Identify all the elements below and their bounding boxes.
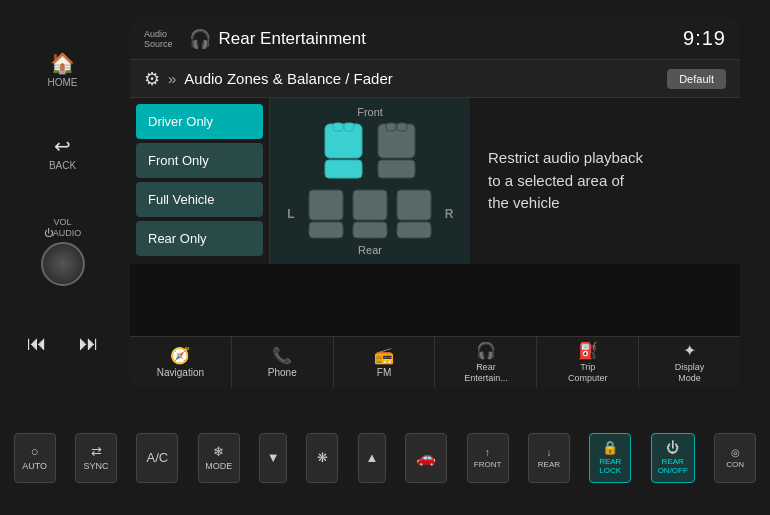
front-icon: ↑	[485, 447, 490, 458]
hw-rear-button[interactable]: ↓ REAR	[528, 433, 570, 483]
fan-icon: ❋	[317, 450, 328, 465]
track-controls: ⏮ ⏭	[17, 326, 109, 361]
svg-rect-5	[386, 123, 396, 131]
phone-icon: 📞	[272, 346, 292, 365]
svg-rect-9	[309, 222, 343, 238]
rear-on-label: REARON/OFF	[658, 457, 688, 475]
audio-source-label2: Source	[144, 39, 173, 49]
main-screen: Audio Source 🎧 Rear Entertainment 9:19 ⚙…	[130, 18, 740, 388]
rear-seats-group	[306, 188, 434, 240]
top-bar-center: Audio Source 🎧 Rear Entertainment	[144, 28, 683, 50]
rear-lock-icon: 🔒	[602, 440, 618, 455]
back-button[interactable]: ↩ BACK	[39, 128, 86, 177]
rear-left-seat	[306, 188, 346, 240]
display-mode-icon: ✦	[683, 341, 696, 360]
svg-rect-3	[325, 160, 362, 178]
rear-on-icon: ⏻	[666, 440, 679, 455]
next-icon: ⏭	[79, 332, 99, 355]
svg-rect-0	[325, 124, 362, 158]
nav-display-mode[interactable]: ✦ DisplayMode	[639, 337, 740, 388]
con-label: CON	[726, 460, 744, 469]
hw-con-button[interactable]: ◎ CON	[714, 433, 756, 483]
hw-ac-button[interactable]: A/C	[136, 433, 178, 483]
hw-fan-button[interactable]: ❋	[306, 433, 338, 483]
nav-navigation[interactable]: 🧭 Navigation	[130, 337, 232, 388]
screen-title: Rear Entertainment	[219, 29, 366, 49]
hw-auto-button[interactable]: ○ AUTO	[14, 433, 56, 483]
navigation-label: Navigation	[157, 367, 204, 379]
auto-icon: ○	[31, 444, 39, 459]
front-seat-row	[321, 122, 419, 180]
down-icon: ▼	[267, 450, 280, 465]
hw-rear-lock-button[interactable]: 🔒 REARLOCK	[589, 433, 631, 483]
svg-rect-12	[397, 190, 431, 220]
svg-rect-6	[397, 123, 407, 131]
rear-right-seat	[394, 188, 434, 240]
fm-label: FM	[377, 367, 391, 379]
zone-front-only[interactable]: Front Only	[136, 143, 263, 178]
header-bar: ⚙ » Audio Zones & Balance / Fader Defaul…	[130, 60, 740, 98]
right-label: R	[442, 207, 456, 221]
rear-label: Rear	[358, 244, 382, 256]
left-controls: 🏠 HOME ↩ BACK VOL⏻AUDIO ⏮ ⏭	[0, 18, 125, 388]
home-button[interactable]: 🏠 HOME	[38, 45, 88, 94]
left-label: L	[284, 207, 298, 221]
mode-label: MODE	[205, 461, 232, 471]
rear-entertainment-icon: 🎧	[476, 341, 496, 360]
svg-rect-7	[378, 160, 415, 178]
hw-down-button[interactable]: ▼	[259, 433, 287, 483]
ac-icon: A/C	[147, 450, 169, 465]
fm-icon: 📻	[374, 346, 394, 365]
main-panels: Driver Only Front Only Full Vehicle Rear…	[130, 98, 740, 264]
svg-rect-10	[353, 190, 387, 220]
home-icon: 🏠	[50, 51, 75, 75]
next-track-button[interactable]: ⏭	[69, 326, 109, 361]
header-title: Audio Zones & Balance / Fader	[184, 70, 392, 87]
hw-mode-button[interactable]: ❄ MODE	[198, 433, 240, 483]
chevron-icon: »	[168, 70, 176, 87]
back-label: BACK	[49, 160, 76, 171]
audio-source-label: Audio	[144, 29, 167, 39]
zone-full-vehicle[interactable]: Full Vehicle	[136, 182, 263, 217]
mode-icon: ❄	[213, 444, 224, 459]
phone-label: Phone	[268, 367, 297, 379]
front-label: Front	[357, 106, 383, 118]
description-panel: Restrict audio playbackto a selected are…	[470, 98, 740, 264]
trip-computer-label: TripComputer	[568, 362, 608, 384]
hw-up-button[interactable]: ▲	[358, 433, 386, 483]
zone-driver-only[interactable]: Driver Only	[136, 104, 263, 139]
nav-rear-entertainment[interactable]: 🎧 RearEntertain...	[435, 337, 537, 388]
hw-sync-button[interactable]: ⇄ SYNC	[75, 433, 117, 483]
rear-lock-label: REARLOCK	[599, 457, 621, 475]
rear-entertainment-label: RearEntertain...	[464, 362, 508, 384]
zone-rear-only[interactable]: Rear Only	[136, 221, 263, 256]
nav-fm[interactable]: 📻 FM	[334, 337, 436, 388]
rear-label: REAR	[538, 460, 560, 469]
header-left: ⚙ » Audio Zones & Balance / Fader	[144, 68, 393, 90]
prev-icon: ⏮	[27, 332, 47, 355]
vol-audio-control[interactable]: VOL⏻AUDIO	[31, 211, 95, 292]
hw-front-button[interactable]: ↑ FRONT	[467, 433, 509, 483]
front-label: FRONT	[474, 460, 502, 469]
svg-rect-2	[344, 123, 354, 131]
top-bar: Audio Source 🎧 Rear Entertainment 9:19	[130, 18, 740, 60]
hw-car-button[interactable]: 🚗	[405, 433, 447, 483]
rear-icon: ↓	[546, 447, 551, 458]
nav-trip-computer[interactable]: ⛽ TripComputer	[537, 337, 639, 388]
default-button[interactable]: Default	[667, 69, 726, 89]
display-mode-label: DisplayMode	[675, 362, 705, 384]
home-label: HOME	[48, 77, 78, 88]
hw-rear-on-off-button[interactable]: ⏻ REARON/OFF	[651, 433, 695, 483]
nav-bar: 🧭 Navigation 📞 Phone 📻 FM 🎧 RearEntertai…	[130, 336, 740, 388]
rear-seat-row-outer: L R	[284, 188, 456, 240]
svg-rect-13	[397, 222, 431, 238]
clock-display: 9:19	[683, 27, 726, 50]
seat-diagram: Front	[270, 98, 470, 264]
back-icon: ↩	[54, 134, 71, 158]
vol-knob[interactable]	[41, 242, 85, 286]
up-icon: ▲	[365, 450, 378, 465]
nav-phone[interactable]: 📞 Phone	[232, 337, 334, 388]
prev-track-button[interactable]: ⏮	[17, 326, 57, 361]
svg-rect-8	[309, 190, 343, 220]
rear-center-seat	[350, 188, 390, 240]
